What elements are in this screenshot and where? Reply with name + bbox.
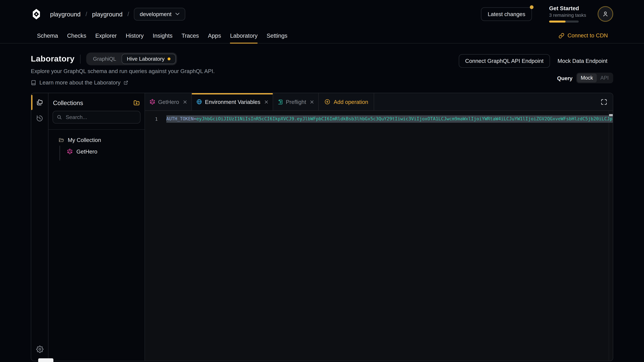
collections-title: Collections [53, 99, 83, 106]
token-equals: = [194, 116, 196, 121]
user-icon [602, 11, 608, 17]
collections-icon [36, 98, 44, 106]
history-icon [36, 114, 44, 122]
token-key: AUTH_TOKEN [166, 116, 194, 121]
tab-preflight[interactable]: Preflight [273, 93, 319, 110]
avatar[interactable] [598, 6, 613, 22]
mode-option-graphiql[interactable]: GraphiQL [88, 54, 122, 64]
get-started-progress-fill [549, 20, 565, 22]
target-selector[interactable]: development [134, 7, 185, 20]
graphql-icon [150, 99, 155, 105]
query-label: Query [557, 75, 572, 81]
collection-folder-row[interactable]: My Collection [48, 135, 144, 144]
notification-dot-icon [530, 5, 534, 9]
breadcrumb-separator: / [85, 11, 88, 17]
yellow-dot-icon [167, 57, 170, 60]
get-started-title: Get Started [549, 5, 580, 11]
nav-tab-traces[interactable]: Traces [182, 28, 199, 43]
editor-tabbar: GetHero Environment Variables [145, 93, 613, 111]
editor-column: GetHero Environment Variables [145, 93, 613, 361]
scrollbar-thumb[interactable] [609, 114, 613, 116]
header-actions: Latest changes Get Started 3 remaining t… [481, 5, 613, 23]
graphql-icon [67, 149, 72, 154]
settings-strip-button[interactable] [31, 341, 48, 357]
sidebar-icon-strip [31, 93, 48, 361]
get-started-progressbar [549, 20, 578, 22]
laboratory-panel: Collections [31, 93, 613, 361]
connect-endpoint-button[interactable]: Connect GraphQL API Endpoint [458, 54, 550, 68]
page-description: Explore your GraphQL schema and run quer… [31, 68, 215, 74]
latest-changes-button[interactable]: Latest changes [481, 7, 532, 21]
learn-more-label: Learn more about the Laboratory [40, 80, 120, 86]
connect-cdn-link[interactable]: Connect to CDN [558, 32, 608, 38]
breadcrumb: playground / playground / development [31, 7, 185, 20]
breadcrumb-org[interactable]: playground [50, 10, 81, 17]
title-divider [80, 54, 81, 63]
nav-tab-settings[interactable]: Settings [267, 28, 288, 43]
collections-panel: Collections [48, 93, 145, 361]
external-link-icon [124, 80, 128, 85]
page-header: Laboratory GraphiQL Hive Laboratory Expl… [0, 43, 644, 86]
fullscreen-button[interactable] [595, 93, 613, 110]
hive-logo-icon[interactable] [31, 8, 42, 19]
mode-option-label: Hive Laboratory [127, 56, 164, 62]
nav-tab-laboratory[interactable]: Laboratory [230, 28, 258, 43]
collections-search[interactable] [52, 111, 140, 123]
mock-endpoint-button[interactable]: Mock Data Endpoint [552, 55, 613, 67]
nav-tab-checks[interactable]: Checks [67, 28, 86, 43]
top-header: playground / playground / development La… [0, 0, 644, 28]
nav-items: Schema Checks Explorer History Insights … [37, 28, 287, 43]
collections-tree: My Collection [48, 130, 144, 361]
mode-option-hive-laboratory[interactable]: Hive Laboratory [122, 54, 176, 64]
new-collection-button[interactable] [133, 99, 140, 106]
tree-indent-line [60, 146, 60, 160]
nav-tab-apps[interactable]: Apps [208, 28, 221, 43]
close-icon[interactable] [310, 100, 314, 104]
get-started-subtitle: 3 remaining tasks [549, 13, 580, 17]
nav-tab-history[interactable]: History [126, 28, 144, 43]
tab-label: GetHero [158, 99, 179, 105]
hive-app: playground / playground / development La… [0, 0, 644, 362]
page-title: Laboratory [31, 54, 75, 63]
env-variables-editor[interactable]: 1 AUTH_TOKEN=eyJhbGciOiJIUzI1NiIsInR5cCI… [145, 111, 613, 361]
query-mode-toggle: Mock API [576, 72, 613, 83]
folder-plus-icon [133, 99, 140, 106]
breadcrumb-project[interactable]: playground [92, 10, 122, 17]
close-icon[interactable] [183, 100, 187, 104]
tab-environment-variables[interactable]: Environment Variables [192, 93, 273, 110]
tab-gethero[interactable]: GetHero [145, 93, 192, 110]
link-icon [558, 33, 564, 38]
history-strip-button[interactable] [31, 110, 48, 126]
nav-tab-explorer[interactable]: Explorer [95, 28, 117, 43]
fullscreen-icon [601, 99, 607, 105]
globe-icon [196, 99, 202, 105]
nav-tab-schema[interactable]: Schema [37, 28, 58, 43]
editor-scrollbar[interactable] [608, 111, 613, 361]
book-icon [31, 80, 36, 85]
nav-tab-insights[interactable]: Insights [152, 28, 172, 43]
add-operation-label: Add operation [334, 99, 368, 105]
query-mode-mock[interactable]: Mock [577, 73, 597, 82]
line-number: 1 [145, 116, 166, 122]
gear-icon [36, 346, 43, 353]
collection-folder-label: My Collection [68, 137, 101, 143]
chevron-down-icon [175, 13, 179, 15]
add-operation-button[interactable]: Add operation [319, 93, 374, 110]
folder-open-icon [58, 137, 64, 143]
query-mode-api[interactable]: API [597, 73, 612, 82]
query-mode-row: Query Mock API [557, 72, 613, 83]
target-selector-value: development [140, 11, 172, 17]
close-icon[interactable] [264, 100, 268, 104]
page-header-left: Laboratory GraphiQL Hive Laboratory Expl… [31, 52, 215, 86]
learn-more-link[interactable]: Learn more about the Laboratory [31, 80, 128, 86]
lab-mode-toggle: GraphiQL Hive Laboratory [86, 52, 177, 65]
search-icon [57, 114, 62, 120]
search-input[interactable] [65, 114, 136, 121]
collections-strip-button[interactable] [31, 94, 48, 110]
operation-row-gethero[interactable]: GetHero [48, 146, 144, 156]
tab-label: Preflight [286, 99, 306, 105]
get-started-widget[interactable]: Get Started 3 remaining tasks [549, 5, 580, 23]
code-line-selected[interactable]: AUTH_TOKEN=eyJhbGciOiJIUzI1NiIsInR5cCI6I… [166, 115, 613, 123]
connect-cdn-label: Connect to CDN [568, 32, 608, 38]
bottom-left-popup [38, 358, 54, 362]
